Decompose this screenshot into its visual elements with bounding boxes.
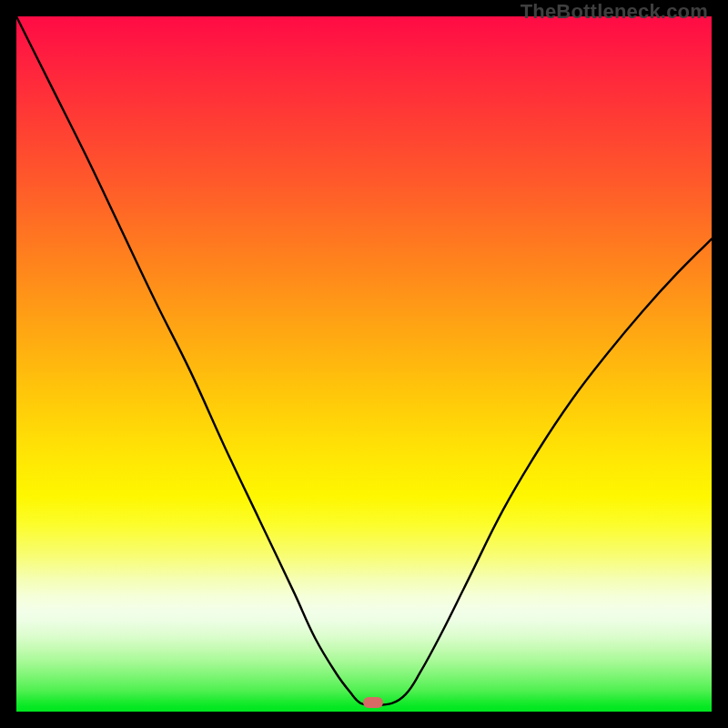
- optimal-marker: [363, 697, 383, 708]
- chart-frame: TheBottleneck.com: [0, 0, 728, 728]
- plot-area: [16, 16, 712, 712]
- bottleneck-curve: [16, 16, 712, 712]
- watermark-text: TheBottleneck.com: [521, 0, 708, 24]
